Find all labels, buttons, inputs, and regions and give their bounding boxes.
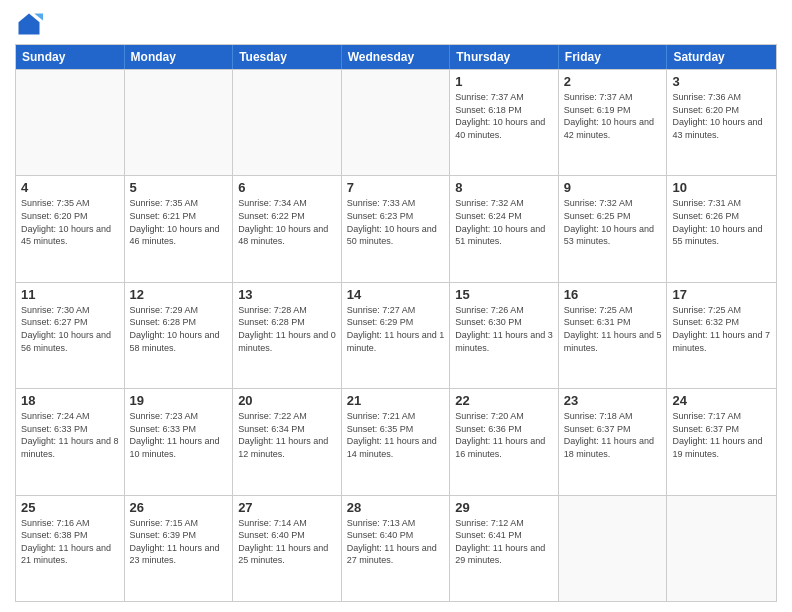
day-number: 23 xyxy=(564,393,662,408)
header-day-sunday: Sunday xyxy=(16,45,125,69)
calendar-cell: 10Sunrise: 7:31 AMSunset: 6:26 PMDayligh… xyxy=(667,176,776,281)
day-number: 1 xyxy=(455,74,553,89)
day-info: Sunrise: 7:31 AMSunset: 6:26 PMDaylight:… xyxy=(672,197,771,247)
day-info: Sunrise: 7:37 AMSunset: 6:18 PMDaylight:… xyxy=(455,91,553,141)
calendar-cell: 4Sunrise: 7:35 AMSunset: 6:20 PMDaylight… xyxy=(16,176,125,281)
calendar-cell xyxy=(125,70,234,175)
day-number: 7 xyxy=(347,180,445,195)
header-day-tuesday: Tuesday xyxy=(233,45,342,69)
header-day-wednesday: Wednesday xyxy=(342,45,451,69)
calendar-week-5: 25Sunrise: 7:16 AMSunset: 6:38 PMDayligh… xyxy=(16,495,776,601)
day-info: Sunrise: 7:34 AMSunset: 6:22 PMDaylight:… xyxy=(238,197,336,247)
calendar-cell: 19Sunrise: 7:23 AMSunset: 6:33 PMDayligh… xyxy=(125,389,234,494)
calendar-cell: 9Sunrise: 7:32 AMSunset: 6:25 PMDaylight… xyxy=(559,176,668,281)
day-number: 25 xyxy=(21,500,119,515)
calendar-cell: 26Sunrise: 7:15 AMSunset: 6:39 PMDayligh… xyxy=(125,496,234,601)
day-info: Sunrise: 7:17 AMSunset: 6:37 PMDaylight:… xyxy=(672,410,771,460)
day-number: 24 xyxy=(672,393,771,408)
calendar-cell: 16Sunrise: 7:25 AMSunset: 6:31 PMDayligh… xyxy=(559,283,668,388)
day-info: Sunrise: 7:20 AMSunset: 6:36 PMDaylight:… xyxy=(455,410,553,460)
day-info: Sunrise: 7:16 AMSunset: 6:38 PMDaylight:… xyxy=(21,517,119,567)
day-info: Sunrise: 7:23 AMSunset: 6:33 PMDaylight:… xyxy=(130,410,228,460)
day-number: 16 xyxy=(564,287,662,302)
day-info: Sunrise: 7:24 AMSunset: 6:33 PMDaylight:… xyxy=(21,410,119,460)
calendar-week-2: 4Sunrise: 7:35 AMSunset: 6:20 PMDaylight… xyxy=(16,175,776,281)
day-info: Sunrise: 7:25 AMSunset: 6:32 PMDaylight:… xyxy=(672,304,771,354)
calendar-week-4: 18Sunrise: 7:24 AMSunset: 6:33 PMDayligh… xyxy=(16,388,776,494)
day-info: Sunrise: 7:32 AMSunset: 6:24 PMDaylight:… xyxy=(455,197,553,247)
day-info: Sunrise: 7:35 AMSunset: 6:21 PMDaylight:… xyxy=(130,197,228,247)
day-info: Sunrise: 7:25 AMSunset: 6:31 PMDaylight:… xyxy=(564,304,662,354)
calendar-cell: 3Sunrise: 7:36 AMSunset: 6:20 PMDaylight… xyxy=(667,70,776,175)
day-number: 2 xyxy=(564,74,662,89)
calendar-cell xyxy=(16,70,125,175)
day-number: 9 xyxy=(564,180,662,195)
header-day-saturday: Saturday xyxy=(667,45,776,69)
calendar-cell: 8Sunrise: 7:32 AMSunset: 6:24 PMDaylight… xyxy=(450,176,559,281)
calendar-cell: 24Sunrise: 7:17 AMSunset: 6:37 PMDayligh… xyxy=(667,389,776,494)
day-info: Sunrise: 7:28 AMSunset: 6:28 PMDaylight:… xyxy=(238,304,336,354)
day-number: 26 xyxy=(130,500,228,515)
calendar-cell: 25Sunrise: 7:16 AMSunset: 6:38 PMDayligh… xyxy=(16,496,125,601)
calendar-cell: 21Sunrise: 7:21 AMSunset: 6:35 PMDayligh… xyxy=(342,389,451,494)
calendar-cell: 2Sunrise: 7:37 AMSunset: 6:19 PMDaylight… xyxy=(559,70,668,175)
day-info: Sunrise: 7:35 AMSunset: 6:20 PMDaylight:… xyxy=(21,197,119,247)
calendar-week-3: 11Sunrise: 7:30 AMSunset: 6:27 PMDayligh… xyxy=(16,282,776,388)
day-info: Sunrise: 7:29 AMSunset: 6:28 PMDaylight:… xyxy=(130,304,228,354)
header-day-monday: Monday xyxy=(125,45,234,69)
day-info: Sunrise: 7:15 AMSunset: 6:39 PMDaylight:… xyxy=(130,517,228,567)
day-number: 5 xyxy=(130,180,228,195)
calendar-cell: 22Sunrise: 7:20 AMSunset: 6:36 PMDayligh… xyxy=(450,389,559,494)
day-info: Sunrise: 7:13 AMSunset: 6:40 PMDaylight:… xyxy=(347,517,445,567)
day-number: 13 xyxy=(238,287,336,302)
day-number: 22 xyxy=(455,393,553,408)
calendar-cell: 23Sunrise: 7:18 AMSunset: 6:37 PMDayligh… xyxy=(559,389,668,494)
calendar-cell: 13Sunrise: 7:28 AMSunset: 6:28 PMDayligh… xyxy=(233,283,342,388)
day-number: 29 xyxy=(455,500,553,515)
day-number: 18 xyxy=(21,393,119,408)
calendar-cell: 5Sunrise: 7:35 AMSunset: 6:21 PMDaylight… xyxy=(125,176,234,281)
calendar-body: 1Sunrise: 7:37 AMSunset: 6:18 PMDaylight… xyxy=(16,69,776,601)
day-info: Sunrise: 7:37 AMSunset: 6:19 PMDaylight:… xyxy=(564,91,662,141)
day-number: 6 xyxy=(238,180,336,195)
day-number: 21 xyxy=(347,393,445,408)
day-info: Sunrise: 7:14 AMSunset: 6:40 PMDaylight:… xyxy=(238,517,336,567)
day-number: 12 xyxy=(130,287,228,302)
svg-marker-0 xyxy=(19,14,40,35)
day-number: 10 xyxy=(672,180,771,195)
calendar-cell: 7Sunrise: 7:33 AMSunset: 6:23 PMDaylight… xyxy=(342,176,451,281)
calendar-cell: 11Sunrise: 7:30 AMSunset: 6:27 PMDayligh… xyxy=(16,283,125,388)
day-number: 3 xyxy=(672,74,771,89)
day-info: Sunrise: 7:27 AMSunset: 6:29 PMDaylight:… xyxy=(347,304,445,354)
calendar-cell xyxy=(667,496,776,601)
calendar-cell: 1Sunrise: 7:37 AMSunset: 6:18 PMDaylight… xyxy=(450,70,559,175)
calendar-cell: 28Sunrise: 7:13 AMSunset: 6:40 PMDayligh… xyxy=(342,496,451,601)
calendar-cell xyxy=(559,496,668,601)
calendar-cell: 18Sunrise: 7:24 AMSunset: 6:33 PMDayligh… xyxy=(16,389,125,494)
day-number: 11 xyxy=(21,287,119,302)
logo-icon xyxy=(15,10,43,38)
calendar-cell: 15Sunrise: 7:26 AMSunset: 6:30 PMDayligh… xyxy=(450,283,559,388)
day-number: 8 xyxy=(455,180,553,195)
day-info: Sunrise: 7:22 AMSunset: 6:34 PMDaylight:… xyxy=(238,410,336,460)
logo xyxy=(15,10,47,38)
day-info: Sunrise: 7:21 AMSunset: 6:35 PMDaylight:… xyxy=(347,410,445,460)
calendar-week-1: 1Sunrise: 7:37 AMSunset: 6:18 PMDaylight… xyxy=(16,69,776,175)
calendar-cell: 12Sunrise: 7:29 AMSunset: 6:28 PMDayligh… xyxy=(125,283,234,388)
header-day-friday: Friday xyxy=(559,45,668,69)
calendar-header: SundayMondayTuesdayWednesdayThursdayFrid… xyxy=(16,45,776,69)
day-number: 20 xyxy=(238,393,336,408)
calendar-cell xyxy=(342,70,451,175)
day-number: 17 xyxy=(672,287,771,302)
calendar-cell: 29Sunrise: 7:12 AMSunset: 6:41 PMDayligh… xyxy=(450,496,559,601)
day-number: 19 xyxy=(130,393,228,408)
day-info: Sunrise: 7:30 AMSunset: 6:27 PMDaylight:… xyxy=(21,304,119,354)
day-info: Sunrise: 7:36 AMSunset: 6:20 PMDaylight:… xyxy=(672,91,771,141)
day-number: 4 xyxy=(21,180,119,195)
calendar: SundayMondayTuesdayWednesdayThursdayFrid… xyxy=(15,44,777,602)
day-info: Sunrise: 7:18 AMSunset: 6:37 PMDaylight:… xyxy=(564,410,662,460)
day-info: Sunrise: 7:32 AMSunset: 6:25 PMDaylight:… xyxy=(564,197,662,247)
calendar-cell: 14Sunrise: 7:27 AMSunset: 6:29 PMDayligh… xyxy=(342,283,451,388)
calendar-cell: 20Sunrise: 7:22 AMSunset: 6:34 PMDayligh… xyxy=(233,389,342,494)
day-number: 27 xyxy=(238,500,336,515)
